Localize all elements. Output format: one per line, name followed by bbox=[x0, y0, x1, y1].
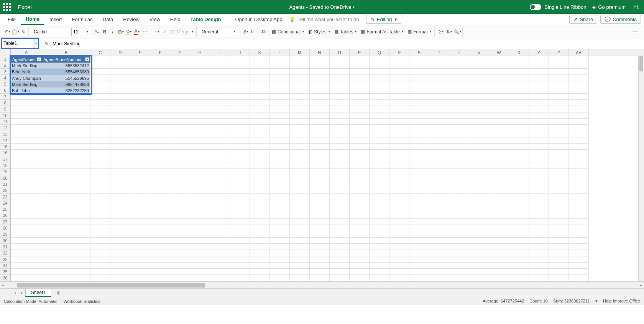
cell[interactable] bbox=[250, 56, 270, 62]
cell[interactable] bbox=[230, 162, 250, 169]
cell[interactable] bbox=[190, 112, 210, 119]
cell[interactable] bbox=[210, 263, 230, 269]
table-row[interactable]: Bob John6252232259 bbox=[11, 88, 90, 94]
cell[interactable] bbox=[90, 206, 110, 212]
column-header[interactable]: L bbox=[270, 49, 290, 56]
row-header[interactable]: 23 bbox=[0, 194, 11, 200]
cell[interactable] bbox=[310, 87, 330, 93]
cell[interactable] bbox=[350, 119, 370, 125]
cell[interactable] bbox=[210, 112, 230, 119]
cell[interactable] bbox=[190, 144, 210, 150]
cell[interactable] bbox=[389, 69, 409, 75]
cell[interactable] bbox=[370, 225, 389, 231]
cell[interactable] bbox=[42, 238, 90, 244]
cell[interactable] bbox=[130, 200, 150, 206]
cell[interactable] bbox=[529, 150, 549, 156]
cell[interactable] bbox=[230, 225, 250, 231]
row-header[interactable]: 22 bbox=[0, 187, 11, 193]
cell[interactable] bbox=[190, 175, 210, 181]
cell[interactable] bbox=[42, 169, 90, 175]
column-header[interactable]: AA bbox=[569, 49, 589, 56]
cell[interactable] bbox=[569, 206, 589, 212]
cell[interactable] bbox=[190, 194, 210, 200]
cell[interactable] bbox=[509, 275, 529, 281]
cell[interactable] bbox=[290, 238, 310, 244]
cell[interactable] bbox=[250, 187, 270, 193]
row-header[interactable]: 28 bbox=[0, 225, 11, 231]
cell[interactable] bbox=[429, 244, 449, 250]
cell[interactable] bbox=[449, 156, 469, 162]
cell[interactable] bbox=[330, 269, 350, 275]
cell[interactable] bbox=[150, 275, 170, 281]
cell[interactable] bbox=[569, 256, 589, 263]
cell[interactable] bbox=[270, 269, 290, 275]
cell[interactable] bbox=[429, 62, 449, 68]
cell[interactable] bbox=[330, 56, 350, 62]
cell[interactable] bbox=[90, 225, 110, 231]
cell[interactable] bbox=[529, 175, 549, 181]
row-header[interactable]: 17 bbox=[0, 156, 11, 162]
cell[interactable] bbox=[509, 106, 529, 112]
cell[interactable] bbox=[330, 112, 350, 119]
cell[interactable] bbox=[529, 269, 549, 275]
help-improve-label[interactable]: Help Improve Office bbox=[603, 299, 640, 304]
cell[interactable] bbox=[509, 56, 529, 62]
cell[interactable] bbox=[549, 100, 569, 106]
cell[interactable] bbox=[330, 106, 350, 112]
cell[interactable] bbox=[90, 87, 110, 93]
cell[interactable] bbox=[290, 144, 310, 150]
fx-icon[interactable]: fx bbox=[41, 41, 51, 46]
cell[interactable] bbox=[389, 244, 409, 250]
cell[interactable] bbox=[270, 131, 290, 137]
cell[interactable] bbox=[409, 87, 429, 93]
cell[interactable] bbox=[150, 212, 170, 218]
cell[interactable] bbox=[489, 181, 509, 187]
cell[interactable] bbox=[330, 125, 350, 131]
cell[interactable] bbox=[290, 106, 310, 112]
cell[interactable] bbox=[90, 150, 110, 156]
cell[interactable] bbox=[290, 219, 310, 225]
cell[interactable] bbox=[429, 194, 449, 200]
cell[interactable] bbox=[509, 187, 529, 193]
cell[interactable] bbox=[429, 87, 449, 93]
ribbon-mode-toggle[interactable]: Single Line Ribbon bbox=[530, 4, 586, 10]
cell[interactable] bbox=[569, 87, 589, 93]
filter-dropdown-icon[interactable]: ▾ bbox=[85, 57, 89, 61]
cell[interactable] bbox=[529, 194, 549, 200]
cell[interactable] bbox=[170, 169, 190, 175]
cell[interactable] bbox=[42, 162, 90, 169]
cell[interactable] bbox=[170, 94, 190, 100]
cell[interactable] bbox=[569, 106, 589, 112]
cell[interactable] bbox=[130, 238, 150, 244]
cell[interactable] bbox=[509, 131, 529, 137]
cell[interactable] bbox=[42, 150, 90, 156]
row-header[interactable]: 33 bbox=[0, 256, 11, 263]
cell[interactable] bbox=[469, 156, 489, 162]
cell[interactable] bbox=[42, 194, 90, 200]
cell[interactable] bbox=[549, 137, 569, 144]
cell[interactable] bbox=[90, 238, 110, 244]
cell[interactable] bbox=[389, 231, 409, 237]
cell[interactable] bbox=[389, 87, 409, 93]
row-header[interactable]: 15 bbox=[0, 144, 11, 150]
cell[interactable] bbox=[310, 244, 330, 250]
cell[interactable] bbox=[290, 275, 310, 281]
cell[interactable] bbox=[330, 94, 350, 100]
cell[interactable] bbox=[110, 131, 130, 137]
cell[interactable] bbox=[230, 206, 250, 212]
cell[interactable] bbox=[489, 112, 509, 119]
cell[interactable] bbox=[489, 206, 509, 212]
column-header[interactable]: Q bbox=[370, 49, 389, 56]
cell[interactable] bbox=[270, 81, 290, 87]
cell[interactable] bbox=[170, 150, 190, 156]
cell[interactable] bbox=[409, 137, 429, 144]
cell[interactable] bbox=[529, 56, 549, 62]
cell[interactable] bbox=[210, 87, 230, 93]
cell[interactable] bbox=[350, 131, 370, 137]
cell[interactable] bbox=[210, 244, 230, 250]
cell[interactable] bbox=[389, 275, 409, 281]
cell[interactable] bbox=[509, 169, 529, 175]
row-header[interactable]: 30 bbox=[0, 238, 11, 244]
cell[interactable] bbox=[42, 106, 90, 112]
cell[interactable] bbox=[409, 219, 429, 225]
